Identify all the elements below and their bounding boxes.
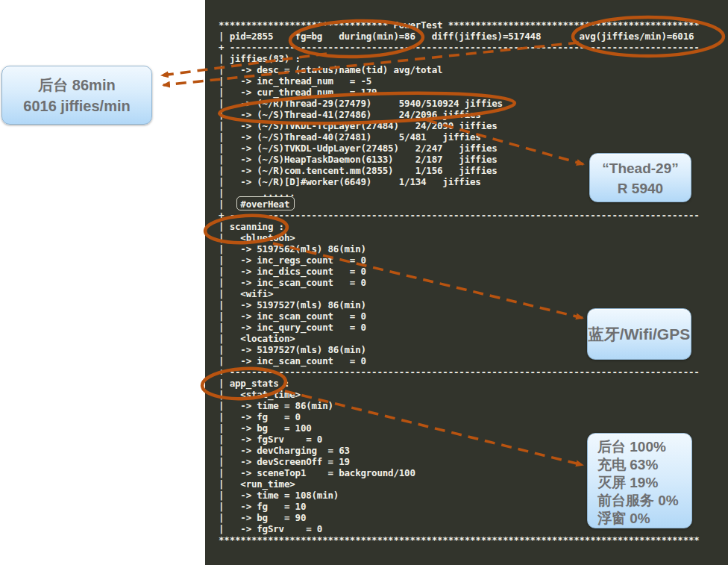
callout-line: 前台服务 0% <box>597 492 691 510</box>
callout-line: 浮窗 0% <box>597 510 691 528</box>
callout-line: 后台 86min <box>2 75 151 96</box>
terminal-line: | -> (~/R)Thread-29(27479) 5940/510924 j… <box>219 98 700 109</box>
terminal-line: | <stat_time> <box>219 389 700 400</box>
terminal-line: | -> fg = 0 <box>219 411 700 422</box>
callout-bluetooth-wifi-gps: 蓝牙/Wifi/GPS <box>587 308 691 360</box>
terminal-line: ****************************************… <box>219 534 700 546</box>
terminal-line: | app_stats : <box>219 378 700 389</box>
terminal-line: + --------------------------------------… <box>219 366 700 378</box>
terminal-line: + --------------------------------------… <box>219 42 700 53</box>
callout-background-jiffies-summary: 后台 86min 6016 jiffies/min <box>1 66 152 125</box>
terminal-line: | -> bg = 100 <box>219 422 700 434</box>
terminal-line: | -> inc_thread_num = -5 <box>219 75 700 87</box>
terminal-line: | scanning : <box>219 221 700 232</box>
annotated-powertest-screenshot: ******************************* PowerTes… <box>0 0 728 565</box>
terminal-line: | -> (~/S)Thread-41(27486) 24/2096 jiffi… <box>219 109 700 120</box>
terminal-line: ******************************* PowerTes… <box>219 19 700 31</box>
terminal-line: | -> (~/S)TVKDL-UdpLayer(27485) 2/247 ji… <box>219 143 700 154</box>
terminal-line: | -> (~/S)TVKDL-TcpLayer(27484) 24/2090 … <box>219 120 700 131</box>
terminal-line: | -> (~/S)Thread-40(27481) 5/481 jiffies <box>219 131 700 143</box>
terminal-line: | <bluetooh> <box>219 232 700 243</box>
terminal-line: | -> desc = (status)name(tid) avg/total <box>219 64 700 75</box>
callout-line: 后台 100% <box>597 438 691 456</box>
callout-line: R 5940 <box>590 178 691 199</box>
callout-app-stats-percentages: 后台 100%充电 63%灭屏 19%前台服务 0%浮窗 0% <box>587 433 692 528</box>
terminal-line: + --------------------------------------… <box>219 210 700 221</box>
terminal-line: | -> cur_thread_num = 179 <box>219 87 700 98</box>
terminal-line: | -> 5197562(mls) 86(min) <box>219 243 700 255</box>
callout-line: 6016 jiffies/min <box>2 96 151 116</box>
callout-thread-29: “Thead-29” R 5940 <box>589 153 691 202</box>
terminal-line: | -> inc_scan_count = 0 <box>219 277 700 288</box>
callout-line: 灭屏 19% <box>597 474 691 492</box>
callout-line: 蓝牙/Wifi/GPS <box>588 309 691 359</box>
overheat-highlight-border <box>236 196 295 210</box>
callout-line: 充电 63% <box>597 456 691 474</box>
terminal-line: | -> time = 86(min) <box>219 400 700 411</box>
terminal-line: | <wifi> <box>219 288 700 299</box>
terminal-line: | -> inc_dics_count = 0 <box>219 266 700 277</box>
terminal-line: | -> inc_regs_count = 0 <box>219 255 700 266</box>
callout-line: “Thead-29” <box>590 158 691 178</box>
terminal-line: | pid=2855 fg=bg during(min)=86 diff(jif… <box>219 31 700 42</box>
terminal-line: | jiffies(83) : <box>219 53 700 64</box>
